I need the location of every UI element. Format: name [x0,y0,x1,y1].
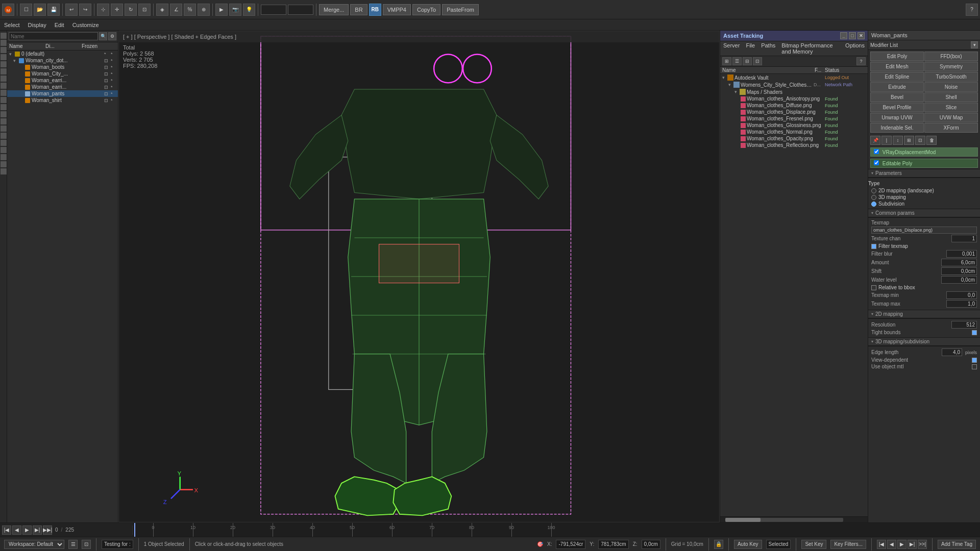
left-icon-4[interactable] [1,54,7,60]
left-icon-2[interactable] [1,40,7,46]
type-3d-row[interactable]: 3D mapping [868,194,980,201]
left-icon-15[interactable] [1,133,7,139]
pastefrom-button[interactable]: PasteFrom [442,4,479,15]
3d-mapping-header[interactable]: ▾ 3D mapping/subdivision [868,337,980,346]
pb-play-btn[interactable]: ▶ [22,525,32,535]
edge-length-input[interactable] [942,348,962,356]
asset-expand-maps[interactable]: ▾ [734,89,739,94]
auto-key-btn[interactable]: Auto Key [734,540,762,549]
pb-prev-btn[interactable]: ◀ [12,525,21,535]
add-time-tag-btn[interactable]: Add Time Tag [938,540,976,549]
asset-row-displace[interactable]: Woman_clothes_Displace.png Found [720,109,868,115]
coord-y-value[interactable]: 781,783cm [598,540,628,549]
percent-snap[interactable]: % [184,4,196,16]
filter-texmap-checkbox[interactable] [871,244,876,249]
type-3d-radio[interactable] [871,195,876,200]
relative-bbox-checkbox[interactable] [871,285,876,290]
asset-panel-close[interactable]: ✕ [857,32,865,39]
pb-end-btn[interactable]: ▶▶| [43,525,52,535]
asset-row-anisotropy[interactable]: Woman_clothes_Anisotropy.png Found [720,95,868,102]
texmap-value[interactable]: oman_clothes_Displace.png) [871,227,977,234]
merge-button[interactable]: Merge... [319,4,349,15]
type-2d-radio[interactable] [871,188,876,193]
scene-search-icon[interactable]: 🔍 [99,32,107,40]
tree-item-earri2[interactable]: Woman_earri... ⊡ * [7,84,118,90]
filter-texmap-row[interactable]: Filter texmap [868,243,980,249]
copyto-button[interactable]: CopyTo [412,4,440,15]
left-icon-20[interactable] [1,168,7,174]
asset-menu-options[interactable]: Options [845,42,865,55]
slice-btn[interactable]: Slice [924,103,978,112]
menu-edit[interactable]: Edit [55,22,64,28]
uvw-map-btn[interactable]: UVW Map [924,113,978,122]
tree-item-earri1[interactable]: Woman_earri... ⊡ * [7,77,118,84]
tight-bounds-row[interactable]: Tight bounds [868,329,980,336]
water-level-input[interactable] [941,276,977,284]
resolution-input[interactable] [951,321,977,329]
playback-ctrl-1[interactable]: |◀ [877,540,886,549]
relative-bbox-row[interactable]: Relative to bbox [868,284,980,291]
menu-display[interactable]: Display [28,22,46,28]
menu-customize[interactable]: Customize [72,22,99,28]
vmpp4-button[interactable]: VMPP4 [383,4,411,15]
left-icon-17[interactable] [1,147,7,153]
snap-toggle[interactable]: ◈ [156,4,168,16]
pin-stack-icon[interactable]: 📌 [870,136,880,145]
edit-spline-btn[interactable]: Edit Spline [870,72,924,82]
asset-expand-vault[interactable]: ▾ [722,75,726,80]
tight-bounds-checkbox[interactable] [972,330,977,335]
menu-select[interactable]: Select [4,22,20,28]
left-icon-12[interactable] [1,111,7,117]
playback-ctrl-4[interactable]: ▶| [908,540,917,549]
undo-icon[interactable]: ↩ [65,4,78,16]
width-field[interactable]: 1920 [261,5,286,15]
asset-menu-server[interactable]: Server [723,42,740,55]
ffd-box-btn[interactable]: FFD(box) [924,52,978,61]
modifier-list-dropdown[interactable]: ▾ [971,41,978,48]
asset-row-fresnel[interactable]: Woman_clothes_Fresnel.png Found [720,115,868,122]
tree-item-city2[interactable]: Woman_City_... ⊡ * [7,70,118,77]
timeline-track[interactable]: 0 10 20 30 40 50 60 70 80 90 100 [133,523,980,537]
type-subdiv-radio[interactable] [871,202,876,207]
asset-panel-max[interactable]: □ [849,32,856,39]
pb-next-btn[interactable]: ▶| [33,525,42,535]
stack-icon-4[interactable]: ⊞ [904,136,914,145]
texmap-min-input[interactable] [946,291,977,299]
bevel-profile-btn[interactable]: Bevel Profile [870,103,924,112]
tree-item-shirt[interactable]: Woman_shirt ⊡ * [7,97,118,104]
tree-item-pants[interactable]: Woman_pants ⊡ * [7,90,118,97]
left-icon-8[interactable] [1,83,7,89]
left-icon-5[interactable] [1,61,7,67]
texture-chan-input[interactable] [951,235,977,242]
unwrap-uvw-btn[interactable]: Unwrap UVW [870,113,924,122]
asset-row-opacity[interactable]: Woman_clothes_Opacity.png Found [720,135,868,142]
indenable-sel-btn[interactable]: Indenable Sel. [870,123,924,133]
common-params-header[interactable]: ▾ Common params [868,209,980,217]
rotate-icon[interactable]: ↻ [125,4,137,16]
scene-options-icon[interactable]: ⚙ [108,32,116,40]
symmetry-btn[interactable]: Symmetry [924,62,978,71]
stack-edpoly-checkbox[interactable] [874,160,879,165]
asset-tb-btn-2[interactable]: ☰ [732,57,742,65]
set-key-btn[interactable]: Set Key [801,540,826,549]
workspace-selector[interactable]: Workspace: Default [4,540,64,549]
asset-row-womens[interactable]: ▾ Womens_City_Style_Clothes_vray.max D..… [720,81,868,88]
help-icon[interactable]: ? [966,4,978,16]
coord-z-value[interactable]: 0,0cm [642,540,660,549]
asset-row-reflection[interactable]: Woman_clothes_Reflection.png Found [720,142,868,148]
height-field[interactable]: 2048 [288,5,313,15]
texmap-max-input[interactable] [946,300,977,308]
new-icon[interactable]: ☐ [20,4,32,16]
stack-icon-6[interactable]: 🗑 [926,136,937,145]
status-icon-1[interactable]: ☰ [68,540,78,549]
asset-row-maps[interactable]: ▾ Maps / Shaders [720,88,868,95]
save-icon[interactable]: 💾 [47,4,60,16]
light-icon[interactable]: 💡 [243,4,255,16]
left-icon-3[interactable] [1,47,7,53]
left-icon-10[interactable] [1,97,7,103]
asset-row-diffuse[interactable]: Woman_clothes_Diffuse.png Found [720,102,868,109]
asset-tb-btn-3[interactable]: ⊟ [743,57,752,65]
lock-icon[interactable]: 🔒 [714,540,723,549]
viewport[interactable]: [ + ] [ Perspective ] [ Shaded + Edged F… [118,31,720,522]
shell-btn[interactable]: Shell [924,92,978,102]
